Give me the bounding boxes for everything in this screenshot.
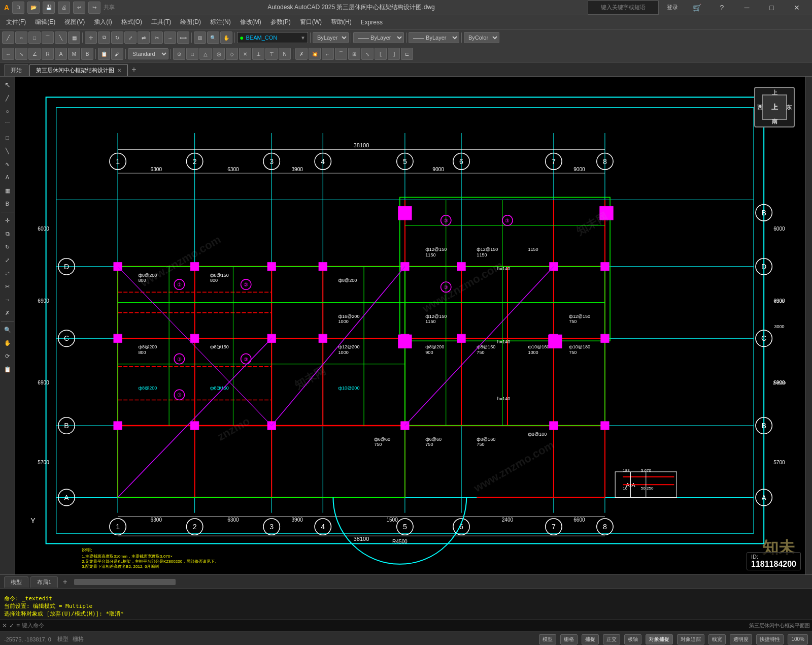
tb-group[interactable]: ⊏ (401, 48, 413, 60)
status-btn-snap[interactable]: 捕捉 (582, 634, 599, 644)
lineweight-dropdown[interactable]: —— ByLayer (409, 32, 459, 43)
tb-move[interactable]: ✛ (85, 31, 97, 44)
color-dropdown[interactable]: ByLayer (313, 32, 349, 43)
tb-dim-angular[interactable]: ∠ (28, 48, 41, 60)
cmd-checkmark-icon[interactable]: ✓ (9, 622, 14, 629)
menu-insert[interactable]: 插入(I) (90, 16, 116, 28)
undo-btn[interactable]: ↩ (73, 2, 85, 14)
tab-start[interactable]: 开始 (4, 64, 28, 76)
save-btn[interactable]: 💾 (43, 2, 55, 14)
tb-array[interactable]: ⊞ (348, 48, 360, 60)
tb-erase[interactable]: ✗ (295, 48, 308, 60)
menu-window[interactable]: 窗口(W) (296, 16, 326, 28)
status-btn-transparency[interactable]: 透明度 (730, 634, 752, 644)
lt-spline[interactable]: ∿ (2, 158, 14, 170)
lt-polyline[interactable]: ╲ (2, 145, 14, 157)
menu-view[interactable]: 视图(V) (60, 16, 89, 28)
cmd-menu-icon[interactable]: ≡ (16, 622, 20, 629)
tb-osnap-int[interactable]: ✕ (239, 48, 251, 60)
print-btn[interactable]: 🖨 (58, 2, 70, 14)
lt-trim[interactable]: ✂ (2, 280, 14, 293)
lt-line[interactable]: ╱ (2, 92, 14, 104)
lt-move[interactable]: ✛ (2, 214, 14, 227)
account-btn[interactable]: 登录 (661, 1, 684, 15)
tab-model[interactable]: 模型 (4, 576, 28, 588)
status-btn-grid[interactable]: 栅格 (560, 634, 578, 644)
tab-drawing[interactable]: 第三层休闲中心框架结构设计图 ✕ (29, 64, 128, 76)
lt-select[interactable]: ↖ (2, 79, 14, 91)
lt-block[interactable]: B (2, 198, 14, 210)
tab-layout1[interactable]: 布局1 (30, 576, 58, 588)
menu-format[interactable]: 格式(O) (117, 16, 146, 28)
status-btn-lineweight[interactable]: 线宽 (708, 634, 726, 644)
tb-rotate[interactable]: ↻ (111, 31, 123, 44)
lt-circle[interactable]: ○ (2, 105, 14, 117)
share-btn[interactable]: 共享 (104, 4, 115, 11)
tab-add-btn[interactable]: + (129, 64, 139, 75)
scrollbar-thumb[interactable] (74, 579, 176, 585)
cart-btn[interactable]: 🛒 (686, 1, 708, 15)
tab-close-icon[interactable]: ✕ (117, 68, 121, 73)
new-btn[interactable]: 🗋 (12, 2, 24, 14)
menu-file[interactable]: 文件(F) (2, 16, 30, 28)
lt-arc[interactable]: ⌒ (2, 118, 14, 131)
status-btn-otrack[interactable]: 对象追踪 (677, 634, 704, 644)
style-dropdown[interactable]: Standard (128, 48, 168, 59)
tb-chamfer[interactable]: ⌒ (335, 48, 347, 60)
tb-break[interactable]: ⟦ (375, 48, 387, 60)
tb-rect[interactable]: □ (28, 31, 41, 44)
tb-copy[interactable]: ⧉ (98, 31, 110, 44)
tb-block[interactable]: B (81, 48, 93, 60)
menu-edit[interactable]: 编辑(E) (31, 16, 59, 28)
tb-osnap-end[interactable]: □ (186, 48, 198, 60)
tb-dim-linear[interactable]: ↔ (2, 48, 14, 60)
tb-osnap-mid[interactable]: △ (199, 48, 212, 60)
cmd-cancel-icon[interactable]: ✕ (2, 622, 7, 629)
tb-join[interactable]: ⟧ (388, 48, 400, 60)
lt-rotate[interactable]: ↻ (2, 241, 14, 253)
tb-mirror[interactable]: ⇌ (138, 31, 150, 44)
maximize-btn[interactable]: □ (760, 1, 783, 15)
menu-params[interactable]: 参数(P) (266, 16, 295, 28)
tb-polyline[interactable]: ╲ (55, 31, 67, 44)
tb-line[interactable]: ╱ (2, 31, 14, 44)
lt-copy[interactable]: ⧉ (2, 228, 14, 240)
close-btn[interactable]: ✕ (785, 1, 808, 15)
tb-hatch[interactable]: ▦ (68, 31, 80, 44)
tb-circle[interactable]: ○ (15, 31, 27, 44)
tb-osnap-quad[interactable]: ◇ (226, 48, 238, 60)
linetype-dropdown[interactable]: —— ByLayer (353, 32, 404, 43)
tb-properties[interactable]: 📋 (98, 48, 110, 60)
plotstyle-dropdown[interactable]: ByColor (464, 32, 499, 43)
tb-explode[interactable]: 💥 (309, 48, 321, 60)
tb-osnap-near[interactable]: N (279, 48, 291, 60)
zoom-100-btn[interactable]: 100% (788, 634, 808, 644)
tb-dim-radius[interactable]: R (42, 48, 54, 60)
lt-properties[interactable]: 📋 (2, 363, 14, 375)
lt-text[interactable]: A (2, 171, 14, 183)
lt-hatch[interactable]: ▦ (2, 184, 14, 197)
bottom-scrollbar[interactable] (74, 579, 808, 585)
tb-text[interactable]: A (55, 48, 67, 60)
tab-add-bottom[interactable]: + (60, 577, 70, 587)
redo-btn[interactable]: ↪ (88, 2, 100, 14)
status-btn-model[interactable]: 模型 (539, 634, 556, 644)
menu-modify[interactable]: 修改(M) (236, 16, 265, 28)
tb-osnap-tan[interactable]: ⊤ (265, 48, 278, 60)
menu-help[interactable]: 帮助(H) (327, 16, 356, 28)
menu-dimension[interactable]: 标注(N) (206, 16, 235, 28)
command-input-field[interactable] (22, 622, 747, 629)
tb-offset[interactable]: ⟺ (177, 31, 189, 44)
lt-rect[interactable]: □ (2, 132, 14, 144)
tb-trim[interactable]: ✂ (151, 31, 163, 44)
tb-osnap[interactable]: ⊙ (173, 48, 185, 60)
lt-mirror[interactable]: ⇌ (2, 267, 14, 279)
tb-scale[interactable]: ⤢ (124, 31, 137, 44)
tb-zoom-in[interactable]: 🔍 (207, 31, 219, 44)
lt-erase[interactable]: ✗ (2, 307, 14, 319)
tb-mtext[interactable]: M (68, 48, 80, 60)
tb-fillet[interactable]: ⌐ (322, 48, 334, 60)
tb-arc[interactable]: ⌒ (42, 31, 54, 44)
status-btn-osnap[interactable]: 对象捕捉 (646, 634, 673, 644)
tb-dim-aligned[interactable]: ⤡ (15, 48, 27, 60)
